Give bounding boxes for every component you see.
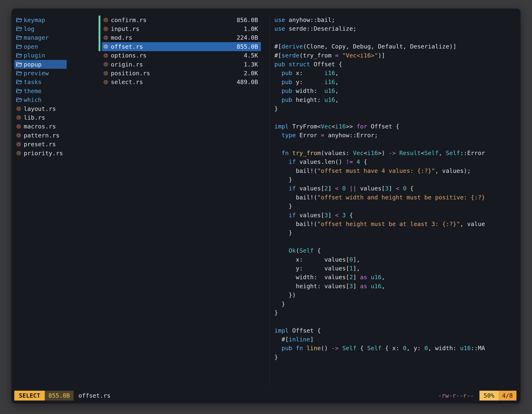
sidebar-item-label: open <box>24 43 38 50</box>
file-row-select-rs[interactable]: select.rs489.0B <box>102 78 261 87</box>
mode-badge: SELECT <box>14 391 45 401</box>
code-line: pub x: i16, <box>274 69 516 77</box>
file-row-input-rs[interactable]: input.rs1.0K <box>102 24 261 33</box>
scrollbar-marker[interactable] <box>99 16 100 51</box>
file-list: confirm.rs856.0Binput.rs1.0Kmod.rs224.0B… <box>102 16 261 87</box>
code-line: pub fn line() -> Self { Self { x: 0, y: … <box>274 344 516 353</box>
file-size: 4.5K <box>244 52 258 59</box>
sidebar-item-theme[interactable]: theme <box>14 87 67 95</box>
cursor-position-badge: 4/8 <box>498 391 516 401</box>
code-line: if values[3] < 3 { <box>274 211 516 220</box>
sidebar-item-priority-rs[interactable]: priority.rs <box>14 149 67 157</box>
current-directory-pane: confirm.rs856.0Binput.rs1.0Kmod.rs224.0B… <box>99 16 261 87</box>
sidebar-item-which[interactable]: which <box>14 96 67 104</box>
file-row-mod-rs[interactable]: mod.rs224.0B <box>102 33 261 42</box>
sidebar-item-manager[interactable]: manager <box>14 33 67 42</box>
sidebar-item-open[interactable]: open <box>14 42 67 51</box>
code-line: bail!("offset width and height must be p… <box>274 193 516 202</box>
sidebar-item-preset-rs[interactable]: preset.rs <box>14 140 67 148</box>
sidebar-item-label: keymap <box>24 17 45 24</box>
code-line: bail!("offset must have 4 values: {:?}",… <box>274 166 516 175</box>
sidebar-item-pattern-rs[interactable]: pattern.rs <box>14 131 67 140</box>
code-line: x: values[0], <box>274 255 516 264</box>
code-line: y: values[1], <box>274 264 516 273</box>
folder-open-icon <box>16 17 24 23</box>
file-row-offset-rs[interactable]: offset.rs855.0B <box>102 42 261 51</box>
code-line: if values[2] < 0 || values[3] < 0 { <box>274 184 516 193</box>
rust-file-icon <box>16 115 24 120</box>
rust-file-icon <box>103 44 111 49</box>
size-badge: 855.0B <box>45 391 74 401</box>
code-line: } <box>274 175 516 184</box>
sidebar-item-label: priority.rs <box>24 150 63 157</box>
sidebar-item-log[interactable]: log <box>14 24 67 33</box>
code-line: impl TryFrom<Vec<i16>> for Offset { <box>274 122 516 131</box>
sidebar-item-popup[interactable]: popup <box>14 60 67 69</box>
sidebar-item-macros-rs[interactable]: macros.rs <box>14 122 67 131</box>
code-line: type Error = anyhow::Error; <box>274 131 516 140</box>
rust-file-icon <box>103 17 111 23</box>
terminal-window: keymaplogmanageropenpluginpopuppreviewta… <box>11 9 521 403</box>
rust-file-icon <box>16 142 24 147</box>
file-name: confirm.rs <box>111 17 147 24</box>
file-row-origin-rs[interactable]: origin.rs1.3K <box>102 60 261 69</box>
code-line <box>274 113 516 122</box>
sidebar-item-lib-rs[interactable]: lib.rs <box>14 113 67 122</box>
file-size: 856.0B <box>237 17 258 24</box>
code-line: } <box>274 202 516 211</box>
file-size: 489.0B <box>237 78 258 86</box>
code-line: height: values[3] as u16, <box>274 282 516 291</box>
folder-open-icon <box>16 79 24 85</box>
file-name: offset.rs <box>111 43 143 50</box>
file-row-position-rs[interactable]: position.rs2.0K <box>102 69 261 77</box>
folder-open-icon <box>16 53 24 58</box>
scroll-percent-badge: 50% <box>479 391 498 401</box>
rust-file-icon <box>16 150 24 156</box>
file-size: 855.0B <box>237 43 258 50</box>
file-row-confirm-rs[interactable]: confirm.rs856.0B <box>102 16 261 24</box>
rust-file-icon <box>103 62 111 67</box>
status-bar: SELECT 855.0B offset.rs -rw-r--r-- 50% 4… <box>14 391 516 401</box>
sidebar-item-plugin[interactable]: plugin <box>14 51 67 60</box>
sidebar-item-label: preview <box>24 70 49 77</box>
preview-pane: use anyhow::bail;use serde::Deserialize;… <box>274 16 516 384</box>
folder-open-icon <box>16 97 24 103</box>
file-row-options-rs[interactable]: options.rs4.5K <box>102 51 261 60</box>
sidebar-item-label: manager <box>24 34 49 41</box>
file-size: 1.0K <box>244 25 258 32</box>
rust-file-icon <box>103 79 111 85</box>
folder-open-icon <box>16 44 24 49</box>
sidebar-item-label: log <box>24 25 34 32</box>
code-line: } <box>274 300 516 308</box>
rust-file-icon <box>103 53 111 58</box>
code-line: } <box>274 104 516 113</box>
statusbar-spacer <box>111 391 438 401</box>
file-name: origin.rs <box>111 61 143 68</box>
sidebar-item-layout-rs[interactable]: layout.rs <box>14 104 67 113</box>
folder-open-icon <box>16 35 24 40</box>
code-line: Ok(Self { <box>274 246 516 255</box>
sidebar-item-preview[interactable]: preview <box>14 69 67 77</box>
code-line: } <box>274 229 516 237</box>
code-line: #[serde(try_from = "Vec<i16>")] <box>274 51 516 60</box>
pane-separator <box>269 15 270 386</box>
sidebar-item-label: theme <box>24 87 41 95</box>
folder-open-icon <box>16 71 24 76</box>
file-name: mod.rs <box>111 34 132 41</box>
rust-file-icon <box>16 133 24 138</box>
code-line: width: values[2] as u16, <box>274 273 516 282</box>
sidebar-item-label: popup <box>24 61 41 68</box>
code-line: use serde::Deserialize; <box>274 24 516 33</box>
code-line <box>274 33 516 42</box>
code-line <box>274 238 516 246</box>
parent-directory-pane: keymaplogmanageropenpluginpopuppreviewta… <box>14 16 92 157</box>
sidebar-item-label: plugin <box>24 52 45 59</box>
file-name: options.rs <box>111 52 147 59</box>
sidebar-item-label: lib.rs <box>24 114 45 121</box>
permissions-label: -rw-r--r-- <box>438 391 474 401</box>
sidebar-item-keymap[interactable]: keymap <box>14 16 67 24</box>
file-name: select.rs <box>111 78 143 86</box>
file-name: position.rs <box>111 70 150 77</box>
sidebar-item-tasks[interactable]: tasks <box>14 78 67 87</box>
code-line: use anyhow::bail; <box>274 16 516 24</box>
